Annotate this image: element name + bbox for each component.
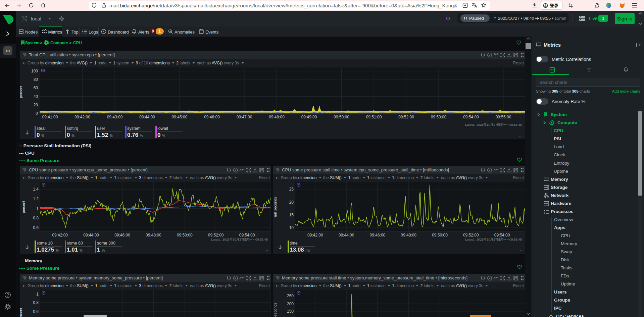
svg-text:0.6: 0.6 (33, 309, 39, 314)
svg-text:09:50:00: 09:50:00 (334, 115, 349, 119)
svg-text:1.4: 1.4 (33, 187, 39, 192)
svg-text:microseconds: microseconds (273, 303, 277, 317)
svg-text:milliseconds: milliseconds (273, 197, 277, 217)
svg-text:20: 20 (34, 103, 38, 107)
svg-text:40: 40 (34, 94, 38, 99)
svg-text:09:44:00: 09:44:00 (139, 115, 155, 119)
svg-text:25: 25 (289, 187, 294, 192)
svg-text:09:43:00: 09:43:00 (107, 115, 123, 119)
svg-text:09:54:00: 09:54:00 (463, 115, 479, 119)
svg-text:200: 200 (287, 302, 294, 306)
svg-text:percent: percent (20, 308, 23, 317)
svg-text:15: 15 (289, 213, 294, 217)
svg-text:0.6: 0.6 (33, 225, 39, 230)
svg-text:09:42:00: 09:42:00 (75, 115, 90, 119)
svg-text:100: 100 (31, 69, 38, 73)
svg-text:1: 1 (36, 206, 39, 211)
svg-text:0: 0 (36, 111, 38, 116)
svg-text:09:47:00: 09:47:00 (237, 115, 252, 119)
svg-text:09:48:00: 09:48:00 (269, 115, 285, 119)
svg-text:percent: percent (20, 86, 23, 98)
svg-text:10: 10 (289, 225, 294, 230)
svg-text:80: 80 (34, 77, 38, 82)
svg-text:percent: percent (21, 201, 26, 213)
svg-text:20: 20 (289, 200, 294, 205)
svg-text:0.8: 0.8 (33, 300, 39, 305)
svg-text:09:55:00: 09:55:00 (496, 115, 511, 119)
svg-text:09:49:00: 09:49:00 (301, 115, 317, 119)
svg-text:150: 150 (287, 309, 294, 314)
svg-text:1.2: 1.2 (33, 197, 39, 201)
svg-text:09:41:00: 09:41:00 (42, 115, 58, 119)
svg-text:09:46:00: 09:46:00 (204, 115, 220, 119)
svg-text:09:52:00: 09:52:00 (398, 115, 414, 119)
svg-text:250: 250 (287, 294, 294, 298)
svg-text:09:53:00: 09:53:00 (431, 115, 447, 119)
svg-text:09:45:00: 09:45:00 (172, 115, 188, 119)
svg-text:60: 60 (34, 86, 38, 90)
svg-text:09:51:00: 09:51:00 (366, 115, 382, 119)
svg-text:1: 1 (36, 292, 39, 297)
svg-text:0.8: 0.8 (33, 216, 39, 220)
